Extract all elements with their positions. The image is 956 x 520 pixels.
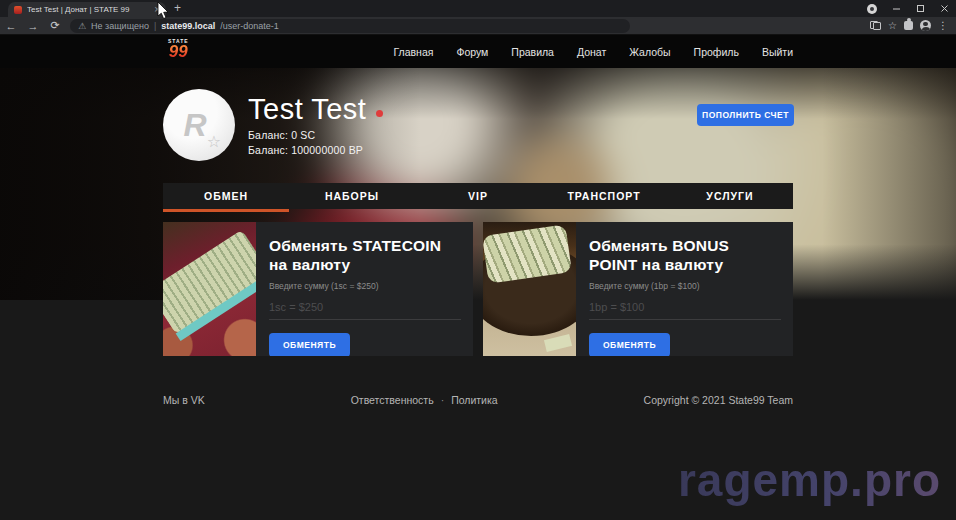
money-bag-image xyxy=(483,222,576,356)
exchange-button-bp[interactable]: ОБМЕНЯТЬ xyxy=(589,333,670,356)
browser-tabstrip: Test Test | Донат | STATE 99 × + xyxy=(0,0,956,17)
not-secure-warning-icon: ⚠ xyxy=(78,21,86,31)
main-nav: Главная Форум Правила Донат Жалобы Профи… xyxy=(393,35,793,68)
profile-name: Test Test xyxy=(248,93,366,126)
maximize-button[interactable] xyxy=(908,0,932,17)
avatar-star-icon: ☆ xyxy=(207,132,221,151)
exchange-button-sc[interactable]: ОБМЕНЯТЬ xyxy=(269,333,350,356)
new-tab-button[interactable]: + xyxy=(174,1,181,15)
minimize-button[interactable] xyxy=(884,0,908,17)
copyright: Copyright © 2021 State99 Team xyxy=(644,394,793,406)
balance-sc: Баланс: 0 SC xyxy=(248,129,383,141)
nav-item-forum[interactable]: Форум xyxy=(456,46,488,58)
nav-item-glavnaya[interactable]: Главная xyxy=(393,46,433,58)
security-label: Не защищено xyxy=(91,21,149,31)
tab-obmen[interactable]: ОБМЕН xyxy=(163,183,289,209)
nav-item-pravila[interactable]: Правила xyxy=(511,46,554,58)
policy-link[interactable]: Политика xyxy=(451,394,498,406)
category-tabs: ОБМЕН НАБОРЫ VIP ТРАНСПОРТ УСЛУГИ xyxy=(163,183,793,209)
card-title: Обменять BONUS POINT на валюту xyxy=(589,237,781,275)
balance-bp: Баланс: 100000000 BP xyxy=(248,144,383,156)
site-favicon-icon xyxy=(14,6,22,14)
profile-info: Test Test Баланс: 0 SC Баланс: 100000000… xyxy=(248,93,383,156)
tab-vip[interactable]: VIP xyxy=(415,183,541,209)
url-divider: | xyxy=(154,21,156,31)
toolbar-right-icons: ☆ ⋮ xyxy=(870,20,956,31)
browser-profile-avatar[interactable] xyxy=(920,20,931,31)
browser-toolbar: ← → ⟳ ⚠ Не защищено | state99.local /use… xyxy=(0,17,956,35)
card-hint: Введите сумму (1bp = $100) xyxy=(589,281,699,291)
logo-number: 99 xyxy=(168,43,189,60)
amount-input-bp[interactable] xyxy=(589,299,781,320)
address-bar[interactable]: ⚠ Не защищено | state99.local /user-dona… xyxy=(70,19,630,33)
nav-item-zhaloby[interactable]: Жалобы xyxy=(629,46,670,58)
card-statecoin: Обменять STATECOIN на валюту Введите сум… xyxy=(163,222,473,356)
online-status-dot xyxy=(376,110,383,117)
exchange-cards: Обменять STATECOIN на валюту Введите сум… xyxy=(163,222,793,356)
ragemp-watermark: ragemp.pro xyxy=(678,453,941,507)
nav-item-vyiti[interactable]: Выйти xyxy=(762,46,793,58)
url-path: /user-donate-1 xyxy=(220,21,279,31)
card-title: Обменять STATECOIN на валюту xyxy=(269,237,461,275)
footer-separator: · xyxy=(441,394,445,406)
browser-tab-title: Test Test | Донат | STATE 99 xyxy=(27,5,149,14)
card-bonuspoint: Обменять BONUS POINT на валюту Введите с… xyxy=(483,222,793,356)
forward-icon[interactable]: → xyxy=(22,20,44,32)
vk-link[interactable]: Мы в VK xyxy=(163,394,205,406)
amount-input-sc[interactable] xyxy=(269,299,461,320)
footer-links: Ответственность · Политика xyxy=(351,394,498,406)
tab-transport[interactable]: ТРАНСПОРТ xyxy=(541,183,667,209)
nav-item-profil[interactable]: Профиль xyxy=(694,46,739,58)
avatar: R ☆ xyxy=(163,89,235,161)
money-hands-image xyxy=(163,222,256,356)
screen: Test Test | Донат | STATE 99 × + ← → ⟳ ⚠… xyxy=(0,0,956,520)
browser-tab[interactable]: Test Test | Донат | STATE 99 × xyxy=(8,2,166,17)
topup-button[interactable]: ПОПОЛНИТЬ СЧЕТ xyxy=(697,104,794,126)
tab-nabory[interactable]: НАБОРЫ xyxy=(289,183,415,209)
back-icon[interactable]: ← xyxy=(0,20,22,32)
reload-icon[interactable]: ⟳ xyxy=(44,19,66,32)
card-hint: Введите сумму (1sc = $250) xyxy=(269,281,379,291)
record-indicator-icon[interactable] xyxy=(860,0,884,17)
site-footer: Мы в VK Ответственность · Политика Copyr… xyxy=(163,394,793,406)
site-header: STATE 99 Главная Форум Правила Донат Жал… xyxy=(0,35,956,68)
mouse-cursor xyxy=(157,2,170,20)
translate-icon[interactable] xyxy=(870,21,881,30)
nav-item-donat[interactable]: Донат xyxy=(577,46,606,58)
extensions-icon[interactable] xyxy=(904,21,913,30)
bookmark-star-icon[interactable]: ☆ xyxy=(888,20,897,31)
window-controls xyxy=(860,0,956,17)
url-host: state99.local xyxy=(161,21,215,31)
close-window-button[interactable] xyxy=(932,0,956,17)
tab-uslugi[interactable]: УСЛУГИ xyxy=(667,183,793,209)
avatar-r-glyph: R xyxy=(183,107,206,144)
browser-menu-icon[interactable]: ⋮ xyxy=(938,20,948,31)
site-logo[interactable]: STATE 99 xyxy=(168,39,189,60)
responsibility-link[interactable]: Ответственность xyxy=(351,394,434,406)
